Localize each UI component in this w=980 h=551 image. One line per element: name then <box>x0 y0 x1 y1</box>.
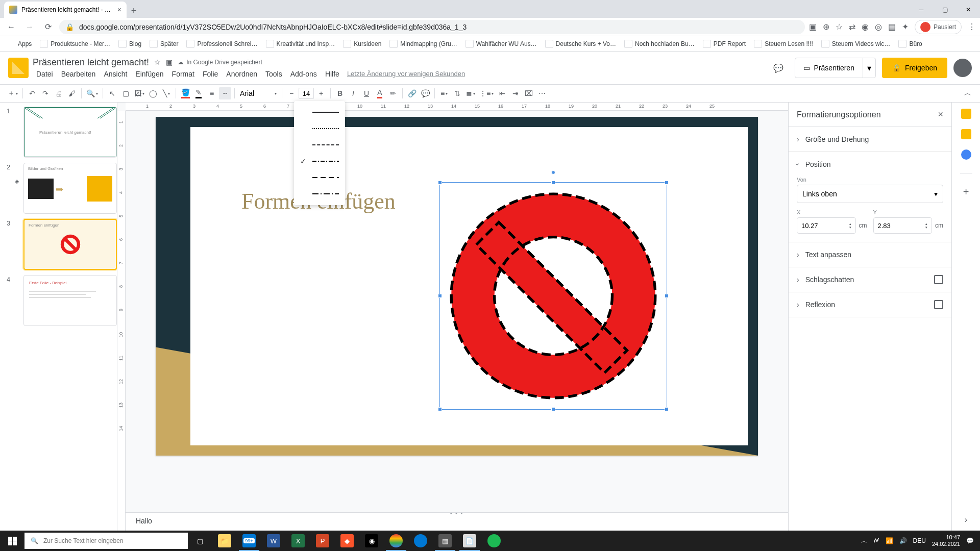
dash-solid[interactable] <box>294 104 345 120</box>
app-icon[interactable]: ▦ <box>433 531 457 551</box>
back-button[interactable]: ← <box>4 20 18 34</box>
slide-thumb-4[interactable]: 4 Erste Folie - Beispiel <box>3 275 117 326</box>
battery-icon[interactable]: 🗲 <box>873 537 879 544</box>
notifications-icon[interactable]: 💬 <box>966 537 974 544</box>
document-title[interactable]: Präsentieren leicht gemacht! <box>33 57 149 68</box>
line-spacing-button[interactable]: ⇅ <box>451 87 463 99</box>
menu-einfuegen[interactable]: Einfügen <box>132 69 167 79</box>
border-dash-button[interactable]: ╌ <box>219 87 231 99</box>
bookmark-item[interactable]: Steuern Lesen !!!! <box>751 38 816 50</box>
bulleted-list-button[interactable]: ⋮≡ <box>478 87 495 99</box>
speaker-notes[interactable]: • • • Hallo <box>126 512 788 531</box>
minimize-button[interactable]: ─ <box>910 2 933 18</box>
slide-canvas[interactable]: Formen einfügen <box>156 117 758 456</box>
font-size-increase[interactable]: + <box>315 87 327 99</box>
cast-icon[interactable]: ▣ <box>809 22 817 32</box>
resize-handle[interactable] <box>551 181 555 185</box>
menu-anordnen[interactable]: Anordnen <box>223 69 261 79</box>
browser-menu-icon[interactable]: ⋮ <box>968 22 976 32</box>
position-section[interactable]: › Position <box>789 152 951 177</box>
resize-handle[interactable] <box>665 181 669 185</box>
tasks-icon[interactable] <box>961 149 971 160</box>
share-button[interactable]: 🔒 Freigeben <box>882 58 947 78</box>
x-position-input[interactable]: 10.27▴▾ <box>797 217 856 234</box>
drive-status[interactable]: ☁ In Google Drive gespeichert <box>178 59 262 66</box>
highlight-button[interactable]: ✏ <box>387 87 399 99</box>
slide-thumb-1[interactable]: 1 Präsentieren leicht gemacht! <box>3 107 117 158</box>
translate-icon[interactable]: ⇄ <box>849 22 855 32</box>
bookmark-item[interactable]: Mindmapping (Gru… <box>386 38 460 50</box>
fill-color-button[interactable]: 🪣 <box>179 87 191 99</box>
indent-increase-button[interactable]: ⇥ <box>509 87 522 99</box>
chrome-icon[interactable] <box>384 531 408 551</box>
menu-tools[interactable]: Tools <box>262 69 286 79</box>
volume-icon[interactable]: 🔊 <box>899 537 907 544</box>
text-fit-section[interactable]: › Text anpassen <box>789 242 951 267</box>
bookmark-item[interactable]: Wahlfächer WU Aus… <box>462 38 540 50</box>
bookmark-item[interactable]: PDF Report <box>700 38 749 50</box>
menu-datei[interactable]: Datei <box>33 69 57 79</box>
slide-thumb-2[interactable]: 2 ◈ Bilder und Grafiken ➡ <box>3 163 117 214</box>
ext-icon-1[interactable]: ◉ <box>862 22 869 32</box>
text-color-button[interactable]: A <box>374 87 386 99</box>
drop-shadow-checkbox[interactable] <box>934 275 943 284</box>
profile-button[interactable]: Pausiert <box>915 20 962 34</box>
indent-decrease-button[interactable]: ⇤ <box>496 87 508 99</box>
border-color-button[interactable]: ✎ <box>192 87 205 99</box>
last-change-link[interactable]: Letzte Änderung vor wenigen Sekunden <box>347 70 465 78</box>
image-tool[interactable]: 🖼 <box>133 87 146 99</box>
selected-shape[interactable] <box>439 182 667 410</box>
size-rotation-section[interactable]: › Größe und Drehung <box>789 127 951 152</box>
menu-hilfe[interactable]: Hilfe <box>322 69 343 79</box>
spotify-icon[interactable] <box>482 531 506 551</box>
dash-dashed-short[interactable] <box>294 137 345 153</box>
explorer-icon[interactable]: 📁 <box>212 531 237 551</box>
menu-format[interactable]: Format <box>168 69 198 79</box>
bookmark-item[interactable]: Professionell Schrei… <box>183 38 260 50</box>
resize-handle[interactable] <box>438 181 442 185</box>
notepad-icon[interactable]: 📄 <box>457 531 482 551</box>
zoom-button[interactable]: 🔍 <box>85 87 100 99</box>
address-bar[interactable]: 🔒 docs.google.com/presentation/d/1yV372S… <box>59 20 805 34</box>
y-position-input[interactable]: 2.83▴▾ <box>873 217 933 234</box>
numbered-list-button[interactable]: ≣ <box>464 87 477 99</box>
align-button[interactable]: ≡ <box>438 87 450 99</box>
forward-button[interactable]: → <box>22 20 37 34</box>
obs-icon[interactable]: ◉ <box>359 531 384 551</box>
rotate-handle[interactable] <box>551 170 555 174</box>
close-panel-icon[interactable]: × <box>938 109 943 120</box>
ext-icon-2[interactable]: ◎ <box>875 22 882 32</box>
menu-bearbeiten[interactable]: Bearbeiten <box>58 69 100 79</box>
start-button[interactable] <box>0 531 24 551</box>
calendar-icon[interactable] <box>961 109 971 119</box>
collapse-side-panel-icon[interactable]: › <box>965 515 967 524</box>
task-view-icon[interactable]: ▢ <box>188 531 212 551</box>
edge-icon[interactable]: 99+ <box>237 531 261 551</box>
paint-format-button[interactable]: 🖌 <box>66 87 78 99</box>
star-icon[interactable]: ☆ <box>154 58 161 66</box>
reflection-checkbox[interactable] <box>934 300 943 309</box>
dash-dashed-long[interactable] <box>294 169 345 186</box>
edge2-icon[interactable] <box>408 531 433 551</box>
insert-link-button[interactable]: 🔗 <box>406 87 418 99</box>
new-tab-button[interactable]: + <box>127 4 141 18</box>
bookmark-item[interactable]: Blog <box>115 38 144 50</box>
new-slide-button[interactable]: ＋ <box>6 87 19 99</box>
border-weight-button[interactable]: ≡ <box>206 87 218 99</box>
font-family-select[interactable]: Arial <box>238 89 279 97</box>
collapse-toolbar-button[interactable]: ︿ <box>962 87 974 99</box>
ext-icon-3[interactable]: ▤ <box>888 22 896 32</box>
bookmark-item[interactable]: Kreativität und Insp… <box>263 38 338 50</box>
language-indicator[interactable]: DEU <box>913 537 926 544</box>
insert-comment-button[interactable]: 💬 <box>419 87 431 99</box>
undo-button[interactable]: ↶ <box>26 87 38 99</box>
horizontal-ruler[interactable]: 1234567891011121314151617181920212223242… <box>126 103 788 111</box>
font-size-decrease[interactable]: − <box>285 87 298 99</box>
clock[interactable]: 10:47 24.02.2021 <box>932 534 960 547</box>
comments-button[interactable]: 💬 <box>768 58 789 78</box>
maximize-button[interactable]: ▢ <box>933 2 957 18</box>
bookmark-item[interactable]: Kursideen <box>340 38 384 50</box>
font-size-input[interactable]: 14 <box>299 88 314 99</box>
resize-handle[interactable] <box>665 294 669 298</box>
line-tool[interactable]: ╲ <box>160 87 173 99</box>
